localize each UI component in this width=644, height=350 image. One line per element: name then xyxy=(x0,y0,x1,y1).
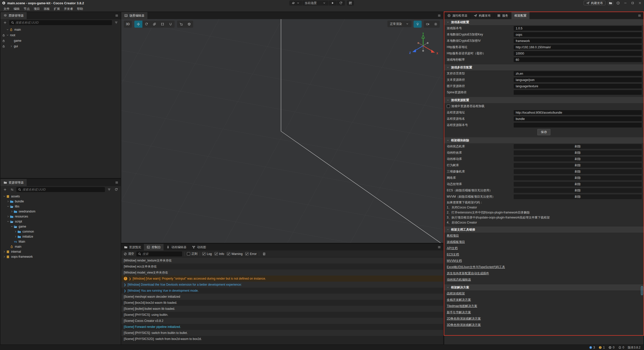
assets-menu-button[interactable] xyxy=(113,179,121,186)
gizmo-space-button[interactable] xyxy=(185,21,193,28)
tree-row[interactable]: libs xyxy=(1,204,121,209)
field-input[interactable] xyxy=(514,71,642,76)
rotate-tool-button[interactable] xyxy=(142,21,150,28)
hierarchy-search[interactable] xyxy=(9,20,112,25)
tree-row[interactable]: script xyxy=(1,219,121,224)
section-header[interactable]: 框架模块剔除 xyxy=(444,137,643,143)
section-header[interactable]: 框架解决方案 xyxy=(444,284,643,290)
inspector-tab[interactable]: 服务 xyxy=(494,12,511,19)
tree-row[interactable]: gui xyxy=(1,43,121,49)
section-header[interactable]: 游戏资源配置 xyxy=(444,97,643,103)
inspector-tab[interactable]: 构建发布 xyxy=(471,12,494,19)
log-row[interactable]: ❯[Window] Download the Vue Devtools exte… xyxy=(121,282,443,288)
chevron-down-icon[interactable] xyxy=(6,28,9,31)
console-menu-button[interactable] xyxy=(435,244,443,250)
doc-link[interactable]: 游戏模板项目 xyxy=(447,240,465,244)
log-row[interactable]: ❯[Window] You are running Vue in develop… xyxy=(121,288,443,294)
field-input[interactable] xyxy=(514,51,642,56)
menu-6[interactable]: 开发者 xyxy=(62,7,75,11)
chevron-right-icon[interactable] xyxy=(14,235,17,238)
hierarchy-menu-button[interactable] xyxy=(113,12,121,19)
tree-row[interactable]: root xyxy=(1,32,121,38)
console-tab[interactable]: 动画编辑器 xyxy=(164,244,189,250)
field-input[interactable] xyxy=(514,45,642,50)
minimize-button[interactable] xyxy=(623,1,628,6)
open-folder-button[interactable] xyxy=(608,1,613,5)
doc-link[interactable]: Tiledmap地图解决方案 xyxy=(447,304,477,308)
tree-row[interactable]: resources xyxy=(1,214,121,219)
move-tool-button[interactable] xyxy=(134,21,142,28)
menu-7[interactable]: 帮助 xyxy=(75,7,85,11)
log-row[interactable]: !❯[Window] [Vue warn]: Property "onInput… xyxy=(121,276,443,282)
doc-link[interactable]: 全栈开发解决方案 xyxy=(447,298,471,302)
field-input[interactable] xyxy=(514,38,642,43)
console-search[interactable] xyxy=(136,251,182,256)
console-tab[interactable]: 资源预览 xyxy=(121,244,144,250)
chevron-right-icon[interactable] xyxy=(14,230,17,233)
field-input[interactable] xyxy=(514,26,642,31)
field-input[interactable] xyxy=(514,77,642,82)
create-node-button[interactable] xyxy=(2,20,8,25)
notification-counter[interactable]: 0 xyxy=(617,346,625,349)
inspector-tab[interactable]: 框架配置 xyxy=(511,12,530,19)
console-tab[interactable]: 动画图 xyxy=(189,244,209,250)
expand-chevron-icon[interactable]: ❯ xyxy=(124,288,126,294)
create-asset-button[interactable] xyxy=(2,187,8,192)
tree-row[interactable]: common xyxy=(1,229,121,234)
render-mode-select[interactable]: 正常渲染 xyxy=(387,21,412,27)
remote-load-checkbox[interactable]: 游戏中资源是否远程加载 xyxy=(447,104,485,108)
maximize-button[interactable] xyxy=(630,1,635,6)
tree-row[interactable]: main xyxy=(1,27,121,32)
log-row[interactable]: [Scene] [bullet]:bullet wasm lib loaded. xyxy=(121,306,443,312)
chevron-down-icon[interactable] xyxy=(6,205,10,208)
console-clear-button[interactable]: 清空 xyxy=(124,252,134,256)
checkbox[interactable] xyxy=(215,252,218,255)
filter-error[interactable]: Error xyxy=(245,252,257,256)
cull-button[interactable]: 剔除 xyxy=(514,144,642,149)
view-settings-button[interactable] xyxy=(432,21,440,28)
warning-counter[interactable]: 1 xyxy=(597,346,606,349)
inspector-tab[interactable]: 属性检查器 xyxy=(444,12,471,19)
lock-icon[interactable] xyxy=(2,45,6,48)
menu-4[interactable]: 面板 xyxy=(42,7,52,11)
checkbox[interactable] xyxy=(202,252,206,255)
chevron-right-icon[interactable] xyxy=(10,210,14,213)
cull-button[interactable]: 剔除 xyxy=(514,157,642,161)
expand-chevron-icon[interactable]: ❯ xyxy=(124,282,126,288)
log-row[interactable]: [Scene] [PHYSICS]: switch from builtin t… xyxy=(121,330,443,336)
doc-link[interactable]: 3D角色扮演游戏解决方案 xyxy=(447,323,481,327)
field-input[interactable] xyxy=(514,123,642,127)
tree-row[interactable]: seedrandom xyxy=(1,209,121,214)
axis-gizmo[interactable]: Y X Z xyxy=(407,33,440,60)
lighting-toggle-button[interactable] xyxy=(414,21,422,28)
filter-warning[interactable]: Warning xyxy=(227,252,243,256)
chevron-down-icon[interactable] xyxy=(3,195,6,198)
cull-button[interactable]: 剔除 xyxy=(514,194,642,199)
cull-button[interactable]: 剔除 xyxy=(514,188,642,193)
lock-icon[interactable] xyxy=(2,34,6,37)
assets-filter-button[interactable] xyxy=(106,187,112,192)
scene-menu-button[interactable] xyxy=(435,12,443,19)
inspector-menu-button[interactable] xyxy=(635,12,643,19)
tree-row[interactable]: game xyxy=(1,38,121,43)
scrollbar-thumb[interactable] xyxy=(641,286,643,295)
doc-link[interactable]: 战棋游戏框架 xyxy=(447,291,465,296)
tab-scene-editor[interactable]: 场景编辑器 xyxy=(121,12,147,19)
hierarchy-filter-button[interactable] xyxy=(113,20,119,25)
chevron-right-icon[interactable] xyxy=(6,200,10,203)
checkbox[interactable] xyxy=(447,105,450,108)
log-row[interactable]: [Scene] [PHYSICS2D]: switch from box2d-w… xyxy=(121,336,443,342)
close-button[interactable] xyxy=(637,1,642,6)
menu-2[interactable]: 节点 xyxy=(22,7,32,11)
scale-tool-button[interactable] xyxy=(150,21,158,28)
hierarchy-search-input[interactable] xyxy=(15,21,110,24)
console-tab[interactable]: 控制台 xyxy=(144,244,164,250)
reload-button[interactable] xyxy=(337,1,345,6)
doc-link[interactable]: 新手引导解决方案 xyxy=(447,310,471,315)
chevron-right-icon[interactable] xyxy=(10,45,13,48)
tree-row[interactable]: initialize xyxy=(1,234,121,239)
expand-chevron-icon[interactable]: ❯ xyxy=(129,276,131,282)
tab-assets[interactable]: 资源管理器 xyxy=(1,179,27,186)
checkbox[interactable] xyxy=(227,252,230,255)
doc-link[interactable]: 动画状态机编辑器 xyxy=(447,278,471,282)
